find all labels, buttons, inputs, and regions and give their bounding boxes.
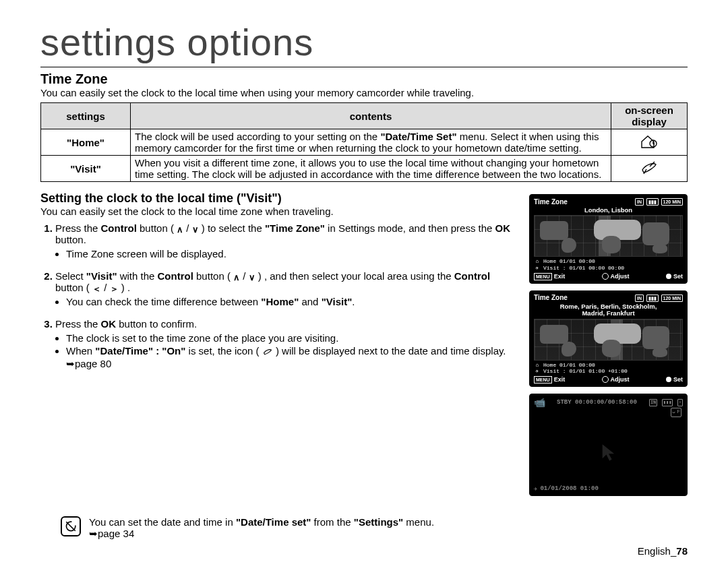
th-contents: contents	[131, 103, 611, 129]
plane-small-icon: ✈	[534, 368, 541, 375]
steps-list: Press the Control button ( ∧ / ∨ ) to se…	[40, 222, 518, 381]
world-map	[534, 215, 683, 257]
battery-icon: ▮▮▮	[646, 198, 659, 206]
home-clock-icon	[640, 134, 659, 151]
world-map	[534, 319, 683, 361]
status-icons: IN ▮▮▮ ⚡	[648, 399, 683, 406]
chevron-right-icon: ＞	[110, 284, 119, 293]
table-row: "Visit" When you visit a different time …	[41, 156, 688, 182]
city-label: London, Lisbon	[534, 207, 683, 214]
screen-timezone-visit: Time Zone IN ▮▮▮ 120 MIN Rome, Paris, Be…	[529, 290, 688, 387]
set-dot-icon	[666, 377, 671, 382]
setting-name-visit: "Visit"	[41, 156, 131, 182]
step-1: Press the Control button ( ∧ / ∨ ) to se…	[55, 222, 518, 259]
manual-page: settings options Time Zone You can easil…	[27, 7, 701, 563]
menu-badge: MENU	[534, 376, 552, 383]
step-2-bullet: You can check the time difference betwee…	[66, 296, 518, 307]
screen-footer: MENUExit Adjust Set	[534, 376, 683, 383]
chevron-down-icon: ∨	[192, 225, 199, 234]
th-display: on-screen display	[611, 103, 688, 129]
adjust-ring-icon	[602, 273, 609, 280]
remaining-time-icon: 120 MIN	[661, 198, 683, 206]
date-time-footer: ✈ 01/01/2008 01:00	[534, 485, 599, 493]
plane-small-icon: ✈	[534, 265, 541, 272]
storage-in-icon: IN	[635, 198, 644, 206]
note-icon	[61, 516, 81, 536]
step-3-bullet-1: The clock is set to the time zone of the…	[66, 332, 518, 344]
plane-tiny-icon: ✈	[534, 485, 537, 493]
city-label: Rome, Paris, Berlin, Stockholm, Madrid, …	[534, 303, 683, 317]
th-settings: settings	[41, 103, 131, 129]
screen-timezone-home: Time Zone IN ▮▮▮ 120 MIN London, Lisbon	[529, 194, 688, 284]
stby-label: STBY	[557, 399, 572, 406]
step-1-bullet: Time Zone screen will be displayed.	[66, 248, 518, 259]
status-icons: IN ▮▮▮ 120 MIN	[634, 197, 683, 206]
status-icons: IN ▮▮▮ 120 MIN	[634, 294, 683, 302]
home-small-icon: ⌂	[534, 362, 541, 369]
screen-title: Time Zone	[534, 198, 568, 206]
step-2: Select "Visit" with the Control button (…	[55, 270, 518, 307]
home-small-icon: ⌂	[534, 258, 541, 265]
battery-icon: ▮▮▮	[646, 295, 659, 302]
page-title: settings options	[40, 20, 688, 67]
remaining-time-icon: 120 MIN	[661, 295, 683, 302]
face-detect-icon: ᴗ F	[671, 408, 681, 417]
display-icon-visit	[611, 156, 688, 182]
table-row: "Home" The clock will be used according …	[41, 129, 688, 156]
setting-contents-visit: When you visit a different time zone, it…	[131, 156, 611, 182]
note: You can set the date and time in "Date/T…	[61, 516, 492, 540]
chevron-up-icon: ∧	[177, 225, 183, 234]
section-intro: You can easily set the clock to the loca…	[40, 87, 688, 98]
time-counter: 00:00:00/00:58:00	[575, 399, 637, 406]
section-title: Time Zone	[40, 71, 688, 87]
set-dot-icon	[666, 274, 671, 279]
step-3-bullet-2: When "Date/Time" : "On" is set, the icon…	[66, 345, 518, 370]
storage-in-icon: IN	[635, 295, 644, 302]
storage-in-icon: IN	[649, 399, 657, 406]
screens-column: Time Zone IN ▮▮▮ 120 MIN London, Lisbon	[529, 194, 688, 503]
note-text: You can set the date and time in "Date/T…	[89, 516, 434, 540]
setting-contents-home: The clock will be used according to your…	[131, 129, 611, 156]
display-icon-home	[611, 129, 688, 156]
power-icon: ⚡	[677, 399, 683, 406]
airplane-small-icon	[262, 346, 273, 358]
chevron-up-icon: ∧	[233, 273, 240, 282]
battery-icon: ▮▮▮	[662, 399, 673, 406]
step-3: Press the OK button to confirm. The cloc…	[55, 318, 518, 370]
zone-info: ⌂Home 01/01 00:00 ✈Visit : 01/01 01:00 +…	[534, 362, 683, 375]
cursor-arrow-icon	[599, 443, 618, 463]
chevron-down-icon: ∨	[249, 273, 255, 282]
camcorder-icon: 📹	[534, 397, 545, 408]
zone-info: ⌂Home 01/01 00:00 ✈Visit : 01/01 00:00 0…	[534, 258, 683, 271]
screen-footer: MENUExit Adjust Set	[534, 273, 683, 280]
adjust-ring-icon	[602, 376, 609, 383]
airplane-icon	[640, 160, 659, 177]
setting-name-home: "Home"	[41, 129, 131, 156]
settings-table: settings contents on-screen display "Hom…	[40, 102, 688, 182]
page-footer: English_78	[40, 545, 688, 557]
chevron-left-icon: ＜	[92, 284, 101, 293]
screen-stby: 📹 STBY 00:00:00/00:58:00 IN ▮▮▮ ⚡ ᴗ F	[529, 394, 688, 496]
menu-badge: MENU	[534, 273, 552, 280]
screen-title: Time Zone	[534, 294, 568, 301]
